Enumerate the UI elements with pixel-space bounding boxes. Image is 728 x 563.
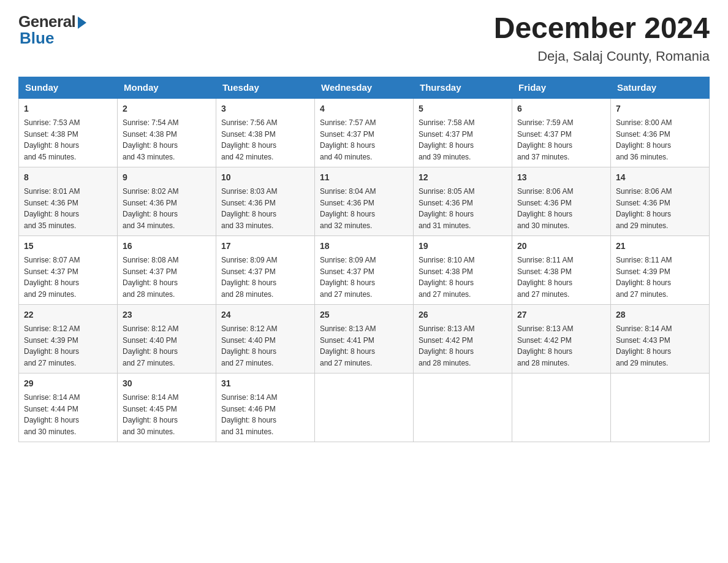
day-number: 20 xyxy=(517,240,605,253)
location-subtitle: Deja, Salaj County, Romania xyxy=(494,48,710,64)
day-info: Sunrise: 8:10 AMSunset: 4:38 PMDaylight:… xyxy=(419,256,474,299)
day-of-week-header: Monday xyxy=(118,77,216,98)
day-info: Sunrise: 8:08 AMSunset: 4:37 PMDaylight:… xyxy=(123,256,178,299)
calendar-day-cell xyxy=(512,373,611,442)
day-number: 14 xyxy=(616,171,704,184)
day-info: Sunrise: 8:13 AMSunset: 4:42 PMDaylight:… xyxy=(419,324,474,367)
day-number: 25 xyxy=(320,308,408,321)
day-number: 12 xyxy=(419,171,507,184)
day-info: Sunrise: 8:14 AMSunset: 4:45 PMDaylight:… xyxy=(123,393,178,436)
day-number: 27 xyxy=(517,308,605,321)
day-info: Sunrise: 7:58 AMSunset: 4:37 PMDaylight:… xyxy=(419,118,474,161)
calendar-day-cell: 13Sunrise: 8:06 AMSunset: 4:36 PMDayligh… xyxy=(512,167,611,236)
calendar-day-cell: 21Sunrise: 8:11 AMSunset: 4:39 PMDayligh… xyxy=(611,236,710,304)
day-number: 3 xyxy=(221,102,309,115)
calendar-day-cell: 6Sunrise: 7:59 AMSunset: 4:37 PMDaylight… xyxy=(512,98,611,167)
day-info: Sunrise: 8:12 AMSunset: 4:40 PMDaylight:… xyxy=(221,324,277,367)
calendar-day-cell: 7Sunrise: 8:00 AMSunset: 4:36 PMDaylight… xyxy=(611,98,710,167)
day-info: Sunrise: 8:09 AMSunset: 4:37 PMDaylight:… xyxy=(320,256,376,299)
day-info: Sunrise: 8:04 AMSunset: 4:36 PMDaylight:… xyxy=(320,187,376,230)
calendar-day-cell: 11Sunrise: 8:04 AMSunset: 4:36 PMDayligh… xyxy=(315,167,414,236)
day-info: Sunrise: 8:06 AMSunset: 4:36 PMDaylight:… xyxy=(616,187,672,230)
day-number: 1 xyxy=(24,102,112,115)
day-info: Sunrise: 8:02 AMSunset: 4:36 PMDaylight:… xyxy=(123,187,178,230)
day-number: 8 xyxy=(24,171,112,184)
calendar-day-cell: 9Sunrise: 8:02 AMSunset: 4:36 PMDaylight… xyxy=(118,167,216,236)
day-of-week-header: Thursday xyxy=(414,77,512,98)
calendar-day-cell: 15Sunrise: 8:07 AMSunset: 4:37 PMDayligh… xyxy=(19,236,118,304)
day-info: Sunrise: 8:03 AMSunset: 4:36 PMDaylight:… xyxy=(221,187,277,230)
day-number: 5 xyxy=(419,102,507,115)
day-info: Sunrise: 7:54 AMSunset: 4:38 PMDaylight:… xyxy=(123,118,178,161)
calendar-header-row: SundayMondayTuesdayWednesdayThursdayFrid… xyxy=(19,77,710,98)
calendar-day-cell: 4Sunrise: 7:57 AMSunset: 4:37 PMDaylight… xyxy=(315,98,414,167)
day-number: 31 xyxy=(221,377,309,390)
calendar-day-cell: 31Sunrise: 8:14 AMSunset: 4:46 PMDayligh… xyxy=(216,373,315,442)
day-info: Sunrise: 8:09 AMSunset: 4:37 PMDaylight:… xyxy=(221,256,277,299)
day-number: 10 xyxy=(221,171,309,184)
day-info: Sunrise: 7:57 AMSunset: 4:37 PMDaylight:… xyxy=(320,118,376,161)
calendar-day-cell: 14Sunrise: 8:06 AMSunset: 4:36 PMDayligh… xyxy=(611,167,710,236)
calendar-day-cell: 28Sunrise: 8:14 AMSunset: 4:43 PMDayligh… xyxy=(611,304,710,373)
day-number: 26 xyxy=(419,308,507,321)
day-number: 24 xyxy=(221,308,309,321)
calendar-day-cell: 17Sunrise: 8:09 AMSunset: 4:37 PMDayligh… xyxy=(216,236,315,304)
day-of-week-header: Wednesday xyxy=(315,77,414,98)
title-block: December 2024 Deja, Salaj County, Romani… xyxy=(494,12,710,64)
day-number: 29 xyxy=(24,377,112,390)
day-number: 23 xyxy=(123,308,211,321)
day-info: Sunrise: 8:14 AMSunset: 4:44 PMDaylight:… xyxy=(24,393,80,436)
calendar-day-cell: 22Sunrise: 8:12 AMSunset: 4:39 PMDayligh… xyxy=(19,304,118,373)
calendar-day-cell: 26Sunrise: 8:13 AMSunset: 4:42 PMDayligh… xyxy=(414,304,512,373)
day-info: Sunrise: 8:11 AMSunset: 4:38 PMDaylight:… xyxy=(517,256,573,299)
calendar-day-cell: 1Sunrise: 7:53 AMSunset: 4:38 PMDaylight… xyxy=(19,98,118,167)
calendar-day-cell: 2Sunrise: 7:54 AMSunset: 4:38 PMDaylight… xyxy=(118,98,216,167)
day-info: Sunrise: 7:59 AMSunset: 4:37 PMDaylight:… xyxy=(517,118,573,161)
day-number: 17 xyxy=(221,240,309,253)
day-info: Sunrise: 8:14 AMSunset: 4:46 PMDaylight:… xyxy=(221,393,277,436)
day-of-week-header: Friday xyxy=(512,77,611,98)
calendar-day-cell: 30Sunrise: 8:14 AMSunset: 4:45 PMDayligh… xyxy=(118,373,216,442)
calendar-day-cell xyxy=(315,373,414,442)
calendar-day-cell: 16Sunrise: 8:08 AMSunset: 4:37 PMDayligh… xyxy=(118,236,216,304)
day-info: Sunrise: 8:13 AMSunset: 4:42 PMDaylight:… xyxy=(517,324,573,367)
day-number: 22 xyxy=(24,308,112,321)
day-of-week-header: Sunday xyxy=(19,77,118,98)
calendar-day-cell: 19Sunrise: 8:10 AMSunset: 4:38 PMDayligh… xyxy=(414,236,512,304)
day-info: Sunrise: 7:53 AMSunset: 4:38 PMDaylight:… xyxy=(24,118,80,161)
day-number: 16 xyxy=(123,240,211,253)
calendar-week-row: 1Sunrise: 7:53 AMSunset: 4:38 PMDaylight… xyxy=(19,98,710,167)
day-info: Sunrise: 8:06 AMSunset: 4:36 PMDaylight:… xyxy=(517,187,573,230)
day-number: 13 xyxy=(517,171,605,184)
day-info: Sunrise: 7:56 AMSunset: 4:38 PMDaylight:… xyxy=(221,118,277,161)
calendar-day-cell: 27Sunrise: 8:13 AMSunset: 4:42 PMDayligh… xyxy=(512,304,611,373)
day-info: Sunrise: 8:14 AMSunset: 4:43 PMDaylight:… xyxy=(616,324,672,367)
calendar-week-row: 15Sunrise: 8:07 AMSunset: 4:37 PMDayligh… xyxy=(19,236,710,304)
day-number: 6 xyxy=(517,102,605,115)
day-info: Sunrise: 8:05 AMSunset: 4:36 PMDaylight:… xyxy=(419,187,474,230)
logo-blue-text: Blue xyxy=(20,29,54,48)
calendar-day-cell: 10Sunrise: 8:03 AMSunset: 4:36 PMDayligh… xyxy=(216,167,315,236)
day-number: 7 xyxy=(616,102,704,115)
day-number: 15 xyxy=(24,240,112,253)
logo: General Blue xyxy=(18,12,86,48)
calendar-day-cell: 24Sunrise: 8:12 AMSunset: 4:40 PMDayligh… xyxy=(216,304,315,373)
day-number: 30 xyxy=(123,377,211,390)
calendar-day-cell: 25Sunrise: 8:13 AMSunset: 4:41 PMDayligh… xyxy=(315,304,414,373)
calendar-day-cell: 23Sunrise: 8:12 AMSunset: 4:40 PMDayligh… xyxy=(118,304,216,373)
calendar-day-cell xyxy=(611,373,710,442)
day-number: 2 xyxy=(123,102,211,115)
calendar-day-cell: 8Sunrise: 8:01 AMSunset: 4:36 PMDaylight… xyxy=(19,167,118,236)
month-title: December 2024 xyxy=(494,12,710,45)
calendar-week-row: 8Sunrise: 8:01 AMSunset: 4:36 PMDaylight… xyxy=(19,167,710,236)
day-of-week-header: Saturday xyxy=(611,77,710,98)
day-info: Sunrise: 8:12 AMSunset: 4:39 PMDaylight:… xyxy=(24,324,80,367)
calendar-week-row: 22Sunrise: 8:12 AMSunset: 4:39 PMDayligh… xyxy=(19,304,710,373)
logo-arrow-icon xyxy=(78,17,86,29)
calendar-week-row: 29Sunrise: 8:14 AMSunset: 4:44 PMDayligh… xyxy=(19,373,710,442)
day-info: Sunrise: 8:01 AMSunset: 4:36 PMDaylight:… xyxy=(24,187,80,230)
day-info: Sunrise: 8:11 AMSunset: 4:39 PMDaylight:… xyxy=(616,256,672,299)
calendar-day-cell xyxy=(414,373,512,442)
calendar-table: SundayMondayTuesdayWednesdayThursdayFrid… xyxy=(18,77,710,442)
page-header: General Blue December 2024 Deja, Salaj C… xyxy=(18,12,710,64)
